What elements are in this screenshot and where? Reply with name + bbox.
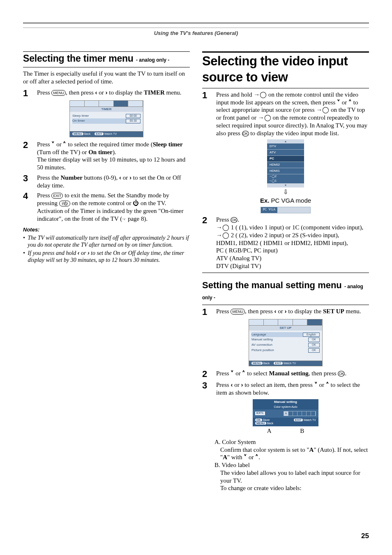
t: on the remote control or (70, 200, 133, 206)
t: ATV (Analog TV) (216, 255, 261, 261)
t: Back (263, 362, 270, 365)
t: buttons (0-9), (83, 174, 119, 181)
t: PC (263, 208, 267, 211)
t: Press (216, 370, 231, 377)
t: DTV (Digital TV) (216, 263, 261, 269)
def-B: B. Video label The video label allows yo… (220, 461, 369, 492)
lbl-a: A (267, 427, 272, 435)
t: PC ( RGB/PC, PC input) (216, 247, 278, 254)
step-num: 2 (23, 141, 30, 171)
ms-step-2: 2 Press ˅ or ˄ to select Manual setting,… (202, 370, 369, 379)
ok-button-icon: OK (231, 217, 238, 223)
t: Press (37, 192, 51, 199)
t: to select an item, then press (243, 382, 314, 388)
osd-title: TIMER (69, 107, 143, 112)
ok-key-icon: OK (255, 419, 262, 421)
sleep-timer: Sleep timer (153, 141, 183, 148)
t: . (258, 454, 260, 460)
t: or (234, 370, 242, 377)
right-column: Selecting the video input source to view… (202, 51, 369, 492)
t: menu. (165, 89, 182, 96)
step-num: 3 (202, 381, 210, 397)
power-icon: ⏻ (133, 200, 139, 206)
manual-setting: Manual setting (269, 370, 309, 377)
t: 2 ( (2), video 2 input) or 2S (S-video i… (229, 232, 339, 238)
t: to select the required timer mode ( (66, 141, 152, 148)
up-arrow-icon: ˄ (326, 381, 329, 388)
page-number: 25 (361, 532, 369, 540)
step-body: Press OK. →◯ 1 ( (1), video 1 input) or … (216, 216, 369, 270)
bar-label: PC VGA (261, 207, 277, 213)
section-header: Using the TV's features (General) (23, 29, 369, 38)
ms-step-1: 1 Press MENU, then press ‹ or › to displ… (202, 308, 369, 317)
step-body: Press the Number buttons (0-9), ‹ or › t… (37, 174, 190, 190)
t: to select (245, 370, 269, 377)
hand-icon: ☞ (122, 217, 126, 222)
t: Press (216, 308, 231, 314)
ok-button-icon: OK (242, 131, 249, 136)
number-word: Number (61, 174, 83, 181)
t: The timer display will set by 10 minutes… (37, 156, 185, 171)
t: or (97, 89, 106, 96)
t: Press and hold (216, 91, 254, 98)
menu-key-icon: MENU (72, 132, 83, 135)
input-icon: →◯ (216, 224, 229, 231)
t: Confirm that color system is set to " (220, 446, 309, 453)
ext1-label: EXT1 (255, 412, 265, 415)
t: Setting the manual setting menu (202, 280, 344, 290)
heading-text: Selecting the timer menu (23, 53, 136, 64)
t: 1 ( (1), video 1 input) or 1C (component… (229, 224, 363, 231)
osd-tabbar (69, 100, 143, 107)
t: page 8). (126, 215, 148, 222)
step-body: Press MENU, then press ‹ or › to display… (37, 89, 190, 98)
t: (Turn off the TV) or (37, 149, 88, 155)
t: HDMI1, HDMI2 ( HDMI1 or HDMI2, HDMI inpu… (216, 240, 348, 246)
osd-rows: LanguageEnglish Manual settingOK AV conn… (249, 331, 323, 361)
t: " with (227, 454, 244, 460)
t: Press (216, 216, 231, 223)
note-1: •The TV will automatically turn itself o… (23, 234, 190, 249)
t: Press (216, 382, 231, 388)
osd-row: Sleep timer00:00 (72, 113, 141, 119)
h1-wrap: Selecting the video input source to view (202, 51, 369, 88)
t: If you press and hold ‹ or › to set the … (28, 250, 190, 264)
input-icon: →◯ (254, 91, 267, 98)
t: or (233, 382, 241, 388)
notes-heading: Notes: (23, 227, 190, 233)
k: On timer (72, 119, 85, 123)
t: Press the (37, 174, 61, 181)
t: To change or create video labels: (220, 485, 302, 491)
t: , then press (245, 308, 274, 314)
osd-setup: SET UP LanguageEnglish Manual settingOK … (249, 319, 323, 367)
list-item: →◯1 (267, 179, 304, 183)
ms-sub: Color system:Auto (253, 405, 318, 409)
list-item: HDMI2 (267, 162, 304, 168)
heading-input: Selecting the video input source to view (202, 53, 369, 86)
left-column: Selecting the timer menu - analog only -… (23, 51, 190, 492)
v: 00:30 (126, 119, 141, 123)
t: Watch TV (104, 132, 117, 135)
k: Language (251, 333, 266, 337)
k: AV connection (251, 343, 272, 347)
down-arrow-icon: ˅ (337, 99, 340, 106)
step-body: Press ˅ or ˄ to select the required time… (37, 141, 190, 171)
t: , then press (66, 89, 95, 96)
list-item: HDMI1 (267, 168, 304, 174)
t: or (340, 99, 348, 106)
list-item: DTV (267, 143, 304, 150)
osd-row: LanguageEnglish (251, 332, 320, 338)
exit-key-icon: EXIT (95, 132, 104, 135)
ok-button-icon: OK (338, 371, 345, 377)
osd-tabbar (249, 319, 323, 326)
exit-key-icon: EXIT (294, 419, 303, 421)
example-line: Ex. PC VGA mode (202, 197, 369, 205)
step-num: 1 (23, 89, 30, 98)
input-icon: →◯ (258, 114, 271, 121)
menu-key-icon: MENU (251, 362, 263, 365)
step-4: 4 Press EXIT to exit the menu. Set the S… (23, 192, 190, 222)
t: A. Color System (214, 439, 256, 445)
t: or (318, 382, 326, 388)
osd-row: On timer00:30 (72, 118, 141, 124)
osd-row: AV connectionOK (251, 342, 320, 348)
list-item: ATV (267, 150, 304, 156)
